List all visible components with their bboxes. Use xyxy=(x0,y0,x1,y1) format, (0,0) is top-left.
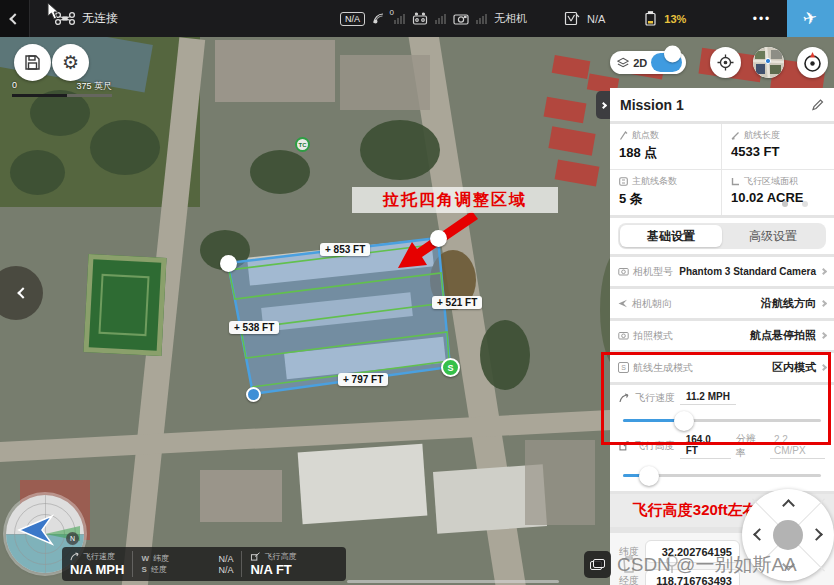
speed-value: 11.2 MPH xyxy=(680,391,736,405)
route-mode-icon: S xyxy=(618,362,629,373)
pagination-dots xyxy=(782,201,808,207)
mode-2d-toggle[interactable] xyxy=(651,53,682,72)
altitude-slider[interactable] xyxy=(623,474,821,477)
settings-button[interactable]: ⚙ xyxy=(52,44,89,81)
settings-tabs: 基础设置 高级设置 xyxy=(610,218,834,254)
collapse-panel-button[interactable] xyxy=(596,91,610,119)
nudge-left-icon[interactable] xyxy=(753,528,766,541)
setting-route-mode[interactable]: S航线生成模式 区内模式 xyxy=(610,353,834,382)
chevron-right-icon xyxy=(820,364,827,371)
telemetry-lat-value: N/A xyxy=(218,554,233,564)
resolution-value: 2.2 CM/PX xyxy=(770,434,825,459)
altitude-icon xyxy=(619,441,630,451)
map-poi-marker: TC xyxy=(295,137,310,152)
heading-arrow-icon xyxy=(618,299,628,308)
save-mission-button[interactable] xyxy=(14,44,51,81)
speed-icon xyxy=(619,393,630,403)
gps-signal-bars xyxy=(394,14,405,24)
back-icon xyxy=(9,13,20,24)
start-flight-button[interactable]: ✈ xyxy=(787,0,834,37)
chevron-right-icon xyxy=(599,101,606,108)
ruler-pencil-icon xyxy=(731,131,740,140)
altitude-slider-knob[interactable] xyxy=(639,466,659,486)
checklist-icon xyxy=(564,11,580,26)
tab-advanced-settings[interactable]: 高级设置 xyxy=(722,225,824,247)
polygon-handle-bottom-left[interactable] xyxy=(246,387,261,402)
battery-icon xyxy=(644,11,657,26)
connection-status: 无连接 xyxy=(82,10,118,27)
telemetry-speed-label: 飞行速度 xyxy=(83,551,115,562)
satellite-icon xyxy=(372,12,387,25)
gear-icon: ⚙ xyxy=(62,51,79,74)
photo-gallery-button[interactable] xyxy=(584,551,611,578)
stat-area: 飞行区域面积 10.02 ACRE xyxy=(722,170,834,215)
photo-mode-icon xyxy=(618,331,629,340)
polygon-handle-top-right[interactable] xyxy=(430,230,447,247)
measure-right: + 521 FT xyxy=(432,296,482,309)
nudge-right-icon[interactable] xyxy=(810,528,823,541)
altitude-value: 164.0 FT xyxy=(680,434,731,459)
gps-mode-badge: N/A xyxy=(340,12,365,26)
satellite-count: 0 xyxy=(390,8,394,17)
camera-icon xyxy=(453,13,469,25)
measure-top: + 853 FT xyxy=(320,243,370,256)
speed-slider-knob[interactable] xyxy=(674,411,694,431)
back-button[interactable] xyxy=(0,0,30,37)
setting-camera-heading[interactable]: 相机朝向 沿航线方向 xyxy=(610,289,834,318)
camera-signal-bars xyxy=(476,14,487,24)
scale-start: 0 xyxy=(12,80,17,93)
scale-end: 375 英尺 xyxy=(76,80,112,93)
polygon-handle-top-left[interactable] xyxy=(220,255,237,272)
telemetry-bar: 飞行速度 N/A MPH W纬度N/A S经度N/A 飞行高度 N/A FT xyxy=(62,547,346,581)
speed-slider[interactable] xyxy=(623,419,821,422)
photos-icon xyxy=(590,559,605,570)
crosshair-icon xyxy=(717,54,734,71)
waypoint-icon xyxy=(619,131,628,140)
compass-icon xyxy=(801,51,824,74)
telemetry-speed-icon xyxy=(70,552,80,561)
resolution-label: 分辨率 xyxy=(736,432,765,460)
map-scale: 0375 英尺 xyxy=(12,80,112,97)
camera-status: 无相机 xyxy=(494,11,527,26)
telemetry-lat-label: 纬度 xyxy=(153,553,169,564)
compass-north-badge: N xyxy=(66,532,79,545)
telemetry-speed-value: N/A MPH xyxy=(70,562,124,577)
rc-signal-bars xyxy=(435,14,446,24)
camera-model-icon xyxy=(618,267,629,276)
nudge-center-button[interactable] xyxy=(773,520,803,550)
altitude-label: 飞行高度 xyxy=(635,439,675,453)
plane-icon: ✈ xyxy=(801,7,819,31)
more-button[interactable]: ••• xyxy=(745,0,779,37)
stat-main-lines: 主航线条数 5 条 xyxy=(610,170,722,215)
measure-bottom: + 797 FT xyxy=(338,373,388,386)
chevron-right-icon xyxy=(820,300,827,307)
mouse-cursor xyxy=(47,2,59,20)
app-screen: S + 853 FT + 521 FT + 538 FT + 797 FT 拉托… xyxy=(0,0,834,585)
locate-button[interactable] xyxy=(710,47,741,78)
mission-title: Mission 1 xyxy=(620,97,684,113)
telemetry-altitude-label: 飞行高度 xyxy=(264,551,296,562)
wgs-s: S xyxy=(141,565,146,574)
telemetry-lng-value: N/A xyxy=(218,565,233,575)
polygon-start-handle[interactable]: S xyxy=(441,358,460,377)
compass-reset-button[interactable] xyxy=(797,47,828,78)
stat-path-length: 航线长度 4533 FT xyxy=(722,124,834,170)
s-lines-icon xyxy=(619,177,628,186)
telemetry-lng-label: 经度 xyxy=(151,564,167,575)
nudge-up-icon[interactable] xyxy=(782,499,795,512)
edit-mission-icon[interactable] xyxy=(811,98,824,111)
map-type-button[interactable] xyxy=(753,47,784,78)
stat-waypoints: 航点数 188 点 xyxy=(610,124,722,170)
setting-photo-mode[interactable]: 拍照模式 航点悬停拍照 xyxy=(610,321,834,350)
start-label: S xyxy=(447,363,453,373)
chevron-left-icon xyxy=(17,287,28,298)
telemetry-altitude-value: N/A FT xyxy=(250,562,296,577)
measure-left: + 538 FT xyxy=(229,321,279,334)
mission-stats: 航点数 188 点 航线长度 4533 FT 主航线条数 5 条 飞行区域面积 … xyxy=(610,124,834,215)
status-bar: 无连接 N/A 0 无相机 xyxy=(0,0,834,37)
tab-basic-settings[interactable]: 基础设置 xyxy=(620,225,722,247)
tutorial-annotation: 拉托四角调整区域 xyxy=(352,187,558,213)
setting-camera-model[interactable]: 相机型号 Phantom 3 Standard Camera xyxy=(610,257,834,286)
map-mode-pill: 2D xyxy=(610,51,686,74)
speed-label: 飞行速度 xyxy=(635,391,675,405)
